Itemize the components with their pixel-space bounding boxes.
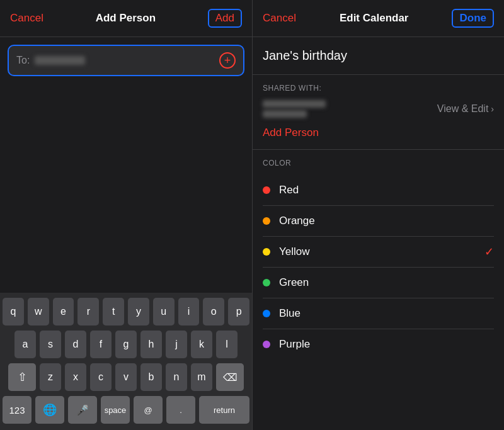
chevron-right-icon: › [491, 104, 494, 114]
right-header: Cancel Edit Calendar Done [253, 0, 504, 37]
to-field-container[interactable]: To: + [8, 45, 244, 76]
calendar-name: Jane's birthday [263, 48, 347, 62]
key-z[interactable]: z [40, 363, 61, 391]
color-dot-red [263, 186, 270, 194]
key-e[interactable]: e [53, 298, 74, 325]
key-m[interactable]: m [191, 363, 212, 391]
color-option-purple[interactable]: Purple [263, 329, 494, 359]
key-s[interactable]: s [40, 331, 61, 358]
left-panel-title: Add Person [96, 12, 156, 25]
color-option-blue[interactable]: Blue [263, 298, 494, 329]
key-h[interactable]: h [140, 331, 162, 358]
calendar-name-section: Jane's birthday [253, 37, 504, 75]
color-dot-purple [263, 341, 270, 348]
key-a[interactable]: a [14, 331, 36, 358]
to-input-area [35, 56, 214, 65]
color-option-green[interactable]: Green [263, 268, 494, 298]
key-space[interactable]: space [101, 396, 130, 424]
key-k[interactable]: k [191, 331, 212, 358]
key-x[interactable]: x [65, 363, 86, 391]
left-cancel-button[interactable]: Cancel [10, 12, 43, 25]
key-dot[interactable]: . [166, 396, 195, 424]
key-q[interactable]: q [3, 298, 24, 325]
shared-person-email-blurred [263, 110, 307, 118]
color-option-red[interactable]: Red [263, 175, 494, 206]
key-p[interactable]: p [228, 298, 249, 325]
color-name-orange: Orange [279, 215, 494, 227]
keyboard-row-3: ⇧ z x c v b n m ⌫ [3, 363, 249, 391]
key-delete[interactable]: ⌫ [216, 363, 244, 391]
add-person-button[interactable]: Add Person [263, 125, 319, 140]
color-dot-blue [263, 310, 270, 317]
key-c[interactable]: c [90, 363, 112, 391]
right-panel-title: Edit Calendar [340, 12, 409, 25]
key-d[interactable]: d [65, 331, 86, 358]
key-r[interactable]: r [77, 298, 99, 325]
right-panel: Cancel Edit Calendar Done Jane's birthda… [252, 0, 504, 430]
color-name-green: Green [279, 276, 494, 289]
key-l[interactable]: l [216, 331, 238, 358]
done-button[interactable]: Done [452, 9, 494, 28]
color-option-yellow[interactable]: Yellow✓ [263, 237, 494, 268]
key-w[interactable]: w [28, 298, 49, 325]
key-o[interactable]: o [203, 298, 224, 325]
plus-add-icon[interactable]: + [219, 52, 236, 69]
key-globe[interactable]: 🌐 [35, 396, 64, 424]
key-j[interactable]: j [166, 331, 187, 358]
add-button[interactable]: Add [208, 9, 242, 28]
keyboard-row-4: 123 🌐 🎤 space @ . return [3, 396, 249, 424]
shared-with-label: SHARED WITH: [263, 84, 494, 93]
key-numbers[interactable]: 123 [3, 396, 32, 424]
color-name-blue: Blue [279, 307, 494, 320]
key-v[interactable]: v [115, 363, 137, 391]
color-dot-yellow [263, 248, 270, 256]
color-options-list: RedOrangeYellow✓GreenBluePurple [263, 175, 494, 359]
key-shift[interactable]: ⇧ [8, 363, 36, 391]
keyboard: q w e r t y u i o p a s d f g h j k l ⇧ … [0, 293, 252, 430]
key-mic[interactable]: 🎤 [68, 396, 97, 424]
key-f[interactable]: f [90, 331, 112, 358]
color-section-label: COLOR [263, 159, 494, 167]
key-at[interactable]: @ [134, 396, 163, 424]
view-edit-label: View & Edit [437, 103, 489, 115]
color-dot-green [263, 279, 270, 286]
color-name-red: Red [279, 184, 494, 196]
color-section: COLOR RedOrangeYellow✓GreenBluePurple [253, 150, 504, 368]
key-i[interactable]: i [178, 298, 200, 325]
keyboard-row-1: q w e r t y u i o p [3, 298, 249, 325]
to-label: To: [16, 55, 30, 66]
left-header: Cancel Add Person Add [0, 0, 252, 37]
color-dot-orange [263, 217, 270, 225]
shared-person-name-blurred [263, 100, 326, 108]
key-y[interactable]: y [128, 298, 149, 325]
right-cancel-button[interactable]: Cancel [263, 12, 296, 25]
key-t[interactable]: t [103, 298, 124, 325]
shared-person-row: View & Edit › [263, 100, 494, 118]
key-n[interactable]: n [166, 363, 187, 391]
view-edit-button[interactable]: View & Edit › [437, 103, 494, 115]
shared-with-section: SHARED WITH: View & Edit › Add Person [253, 75, 504, 150]
key-u[interactable]: u [153, 298, 175, 325]
key-g[interactable]: g [115, 331, 137, 358]
key-b[interactable]: b [140, 363, 162, 391]
shared-person-info [263, 100, 326, 118]
checkmark-icon: ✓ [484, 245, 494, 259]
key-return[interactable]: return [199, 396, 249, 424]
color-name-yellow: Yellow [279, 246, 494, 258]
recipient-blurred-text [35, 56, 85, 65]
color-option-orange[interactable]: Orange [263, 206, 494, 237]
keyboard-row-2: a s d f g h j k l [3, 331, 249, 358]
color-name-purple: Purple [279, 338, 494, 351]
left-panel: Cancel Add Person Add To: + q w e r t y … [0, 0, 252, 430]
